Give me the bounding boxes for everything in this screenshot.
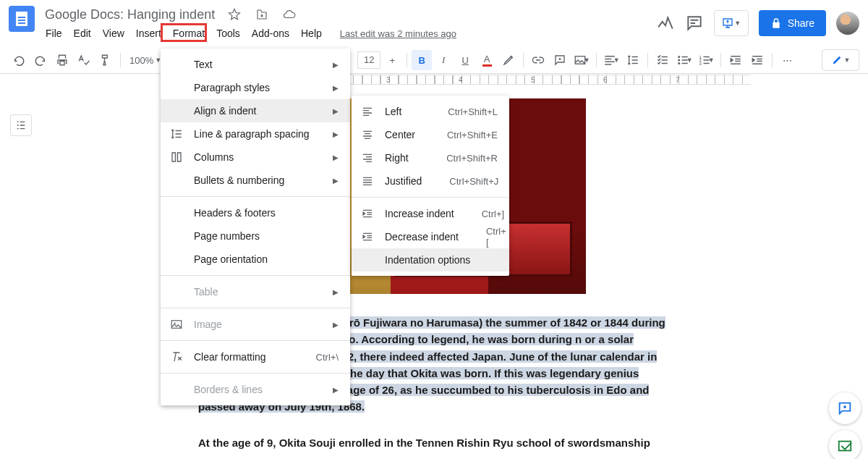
last-edit-link[interactable]: Last edit was 2 minutes ago xyxy=(340,28,456,39)
svg-point-3 xyxy=(678,62,680,64)
bold-button[interactable]: B xyxy=(412,50,432,70)
align-left[interactable]: LeftCtrl+Shift+L xyxy=(352,100,509,123)
menu-clear-formatting[interactable]: Clear formattingCtrl+\ xyxy=(161,345,350,369)
align-right[interactable]: RightCtrl+Shift+R xyxy=(352,146,509,169)
line-spacing-icon xyxy=(169,127,184,141)
menu-tools[interactable]: Tools xyxy=(211,25,245,42)
move-icon[interactable] xyxy=(252,5,271,24)
print-icon[interactable] xyxy=(52,50,72,70)
text-color-button[interactable]: A xyxy=(477,50,497,70)
checklist-button[interactable] xyxy=(652,50,673,70)
menu-bullets[interactable]: Bullets & numbering▶ xyxy=(161,169,350,192)
align-left-icon xyxy=(360,104,375,119)
clear-format-icon xyxy=(169,350,184,364)
menu-text[interactable]: Text▶ xyxy=(161,53,350,76)
doc-title[interactable]: Google Docs: Hanging indent xyxy=(41,7,219,22)
more-button[interactable]: ⋯ xyxy=(777,50,797,70)
activity-icon[interactable] xyxy=(656,14,675,33)
menu-image: Image▶ xyxy=(161,313,350,336)
spellcheck-icon[interactable] xyxy=(74,50,94,70)
indentation-options[interactable]: Indentation options xyxy=(352,248,509,271)
svg-point-1 xyxy=(678,56,680,58)
highlight-button[interactable] xyxy=(498,50,519,70)
align-justified[interactable]: JustifiedCtrl+Shift+J xyxy=(352,169,509,193)
menu-file[interactable]: File xyxy=(41,25,67,42)
indent-increase-button[interactable] xyxy=(747,50,767,70)
menu-insert[interactable]: Insert xyxy=(131,25,166,42)
menu-align-indent[interactable]: Align & indent▶ xyxy=(161,99,350,122)
menu-page-numbers[interactable]: Page numbers xyxy=(161,224,350,248)
align-right-icon xyxy=(360,151,375,165)
editing-mode-button[interactable]: ▼ xyxy=(822,49,859,71)
share-label: Share xyxy=(788,17,814,29)
format-menu: Text▶ Paragraph styles▶ Align & indent▶ … xyxy=(161,49,350,405)
paint-format-icon[interactable] xyxy=(95,50,116,70)
menu-table: Table▶ xyxy=(161,280,350,303)
comment-button[interactable] xyxy=(550,50,570,70)
indent-increase-icon xyxy=(360,206,375,221)
menu-edit[interactable]: Edit xyxy=(69,25,96,42)
menu-paragraph-styles[interactable]: Paragraph styles▶ xyxy=(161,76,350,99)
star-icon[interactable] xyxy=(225,5,244,24)
menu-borders-lines: Borders & lines▶ xyxy=(161,378,350,401)
redo-icon[interactable] xyxy=(30,50,51,70)
paragraph-2[interactable]: At the age of 9, Okita Souji enrolled in… xyxy=(198,434,670,451)
menu-line-spacing[interactable]: Line & paragraph spacing▶ xyxy=(161,122,350,146)
menu-addons[interactable]: Add-ons xyxy=(247,25,294,42)
indent-decrease-button[interactable] xyxy=(726,50,746,70)
menu-page-orientation[interactable]: Page orientation xyxy=(161,248,350,271)
link-button[interactable] xyxy=(528,50,548,70)
indent-decrease-icon xyxy=(360,230,375,244)
fontsize-input[interactable]: 12 xyxy=(357,51,380,69)
bullet-list-button[interactable]: ▼ xyxy=(674,50,694,70)
align-justify-icon xyxy=(360,174,375,188)
line-spacing-button[interactable] xyxy=(623,50,643,70)
image-icon xyxy=(169,317,184,332)
menu-view[interactable]: View xyxy=(98,25,129,42)
ruler[interactable]: 1 2 3 4 5 6 7 xyxy=(0,74,868,85)
docs-logo-icon[interactable] xyxy=(9,6,35,32)
svg-point-2 xyxy=(678,59,680,62)
underline-button[interactable]: U xyxy=(455,50,475,70)
suggest-fab[interactable] xyxy=(829,430,861,459)
present-button[interactable]: ▼ xyxy=(714,10,749,36)
outline-toggle[interactable] xyxy=(10,114,32,136)
menu-columns[interactable]: Columns▶ xyxy=(161,146,350,169)
columns-icon xyxy=(169,150,184,164)
italic-button[interactable]: I xyxy=(433,50,454,70)
image-button[interactable]: ▼ xyxy=(571,50,592,70)
align-submenu: LeftCtrl+Shift+L CenterCtrl+Shift+E Righ… xyxy=(352,96,509,276)
menu-help[interactable]: Help xyxy=(296,25,327,42)
svg-text:3: 3 xyxy=(699,62,702,66)
toolbar: 100%▼ – 12 + B I U A ▼ ▼ ▼ 123▼ ⋯ ▼ xyxy=(0,46,868,74)
increase-indent[interactable]: Increase indentCtrl+] xyxy=(352,202,509,225)
cloud-status-icon[interactable] xyxy=(280,5,299,24)
comments-icon[interactable] xyxy=(685,14,704,33)
align-center-icon xyxy=(360,127,375,142)
share-button[interactable]: Share xyxy=(759,10,826,36)
menu-format[interactable]: Format xyxy=(168,25,210,42)
zoom-select[interactable]: 100%▼ xyxy=(125,55,166,66)
decrease-indent[interactable]: Decrease indentCtrl+[ xyxy=(352,225,509,248)
undo-icon[interactable] xyxy=(9,50,29,70)
account-avatar[interactable] xyxy=(836,12,859,35)
number-list-button[interactable]: 123▼ xyxy=(696,50,716,70)
explore-fab[interactable] xyxy=(829,392,861,424)
align-center[interactable]: CenterCtrl+Shift+E xyxy=(352,123,509,146)
fontsize-plus[interactable]: + xyxy=(382,50,402,70)
menu-headers-footers[interactable]: Headers & footers xyxy=(161,201,350,224)
align-button[interactable]: ▼ xyxy=(601,50,621,70)
